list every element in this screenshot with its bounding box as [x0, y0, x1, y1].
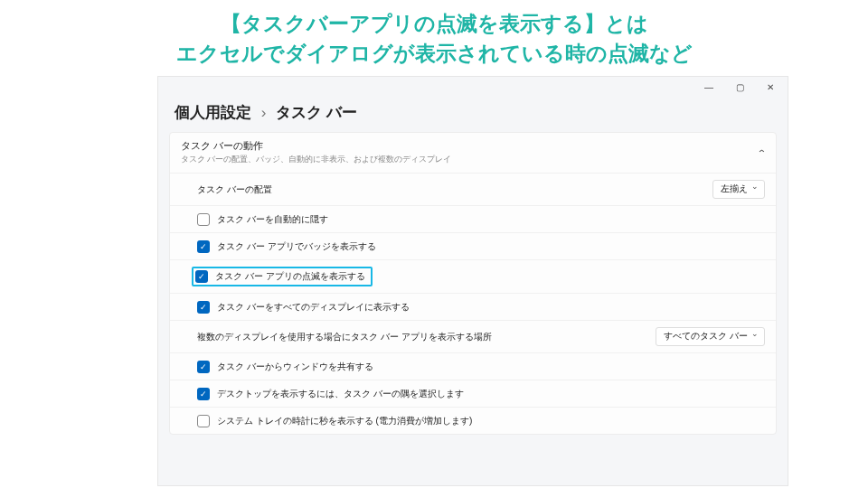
- banner-line-2: エクセルでダイアログが表示されている時の点滅など: [0, 39, 868, 69]
- close-button[interactable]: ✕: [762, 82, 778, 92]
- select-multi-display[interactable]: すべてのタスク バー: [656, 327, 765, 346]
- checkbox-autohide[interactable]: [197, 213, 210, 226]
- breadcrumb-parent[interactable]: 個人用設定: [175, 104, 251, 121]
- label-clock-seconds: システム トレイの時計に秒を表示する (電力消費が増加します): [217, 415, 472, 427]
- row-autohide: タスク バーを自動的に隠す: [170, 205, 776, 232]
- maximize-button[interactable]: ▢: [731, 82, 748, 92]
- breadcrumb-current: タスク バー: [276, 104, 357, 121]
- annotation-banner: 【タスクバーアプリの点滅を表示する】とは エクセルでダイアログが表示されている時…: [0, 0, 868, 75]
- taskbar-behavior-panel: タスク バーの動作 タスク バーの配置、バッジ、自動的に非表示、および複数のディ…: [169, 132, 777, 435]
- chevron-up-icon: ⌃: [757, 148, 766, 158]
- select-alignment[interactable]: 左揃え: [712, 180, 765, 199]
- checkbox-badges[interactable]: ✓: [197, 240, 210, 253]
- row-multi-display: 複数のディスプレイを使用する場合にタスク バー アプリを表示する場所 すべてのタ…: [170, 320, 776, 352]
- label-badges: タスク バー アプリでバッジを表示する: [217, 240, 376, 253]
- label-flash: タスク バー アプリの点滅を表示する: [215, 270, 365, 283]
- row-flash: ✓ タスク バー アプリの点滅を表示する: [170, 259, 776, 293]
- checkbox-show-desktop[interactable]: ✓: [197, 388, 210, 400]
- row-alignment: タスク バーの配置 左揃え: [170, 173, 776, 205]
- row-show-desktop: ✓ デスクトップを表示するには、タスク バーの隅を選択します: [170, 380, 776, 407]
- label-multi-display: 複数のディスプレイを使用する場合にタスク バー アプリを表示する場所: [197, 331, 492, 343]
- label-all-displays: タスク バーをすべてのディスプレイに表示する: [217, 301, 410, 314]
- minimize-button[interactable]: ―: [701, 82, 717, 92]
- breadcrumb-sep: ›: [261, 104, 267, 121]
- row-badges: ✓ タスク バー アプリでバッジを表示する: [170, 232, 776, 259]
- label-show-desktop: デスクトップを表示するには、タスク バーの隅を選択します: [217, 388, 464, 400]
- titlebar: ― ▢ ✕: [158, 77, 788, 97]
- row-share-window: ✓ タスク バーからウィンドウを共有する: [170, 352, 776, 380]
- settings-window: ― ▢ ✕ 個人用設定 › タスク バー タスク バーの動作 タスク バーの配置…: [157, 76, 788, 486]
- breadcrumb: 個人用設定 › タスク バー: [158, 97, 788, 132]
- checkbox-clock-seconds[interactable]: [197, 415, 210, 427]
- label-share-window: タスク バーからウィンドウを共有する: [217, 361, 373, 373]
- checkbox-flash[interactable]: ✓: [195, 270, 208, 283]
- label-alignment: タスク バーの配置: [197, 183, 272, 196]
- checkbox-share-window[interactable]: ✓: [197, 361, 210, 373]
- row-all-displays: ✓ タスク バーをすべてのディスプレイに表示する: [170, 293, 776, 320]
- panel-subtitle: タスク バーの配置、バッジ、自動的に非表示、および複数のディスプレイ: [181, 155, 451, 165]
- highlight-box: ✓ タスク バー アプリの点滅を表示する: [192, 267, 373, 286]
- checkbox-all-displays[interactable]: ✓: [197, 301, 210, 314]
- row-clock-seconds: システム トレイの時計に秒を表示する (電力消費が増加します): [170, 407, 776, 434]
- label-autohide: タスク バーを自動的に隠す: [217, 213, 328, 226]
- banner-line-1: 【タスクバーアプリの点滅を表示する】とは: [0, 9, 868, 39]
- panel-header[interactable]: タスク バーの動作 タスク バーの配置、バッジ、自動的に非表示、および複数のディ…: [170, 133, 776, 173]
- panel-title: タスク バーの動作: [181, 140, 451, 153]
